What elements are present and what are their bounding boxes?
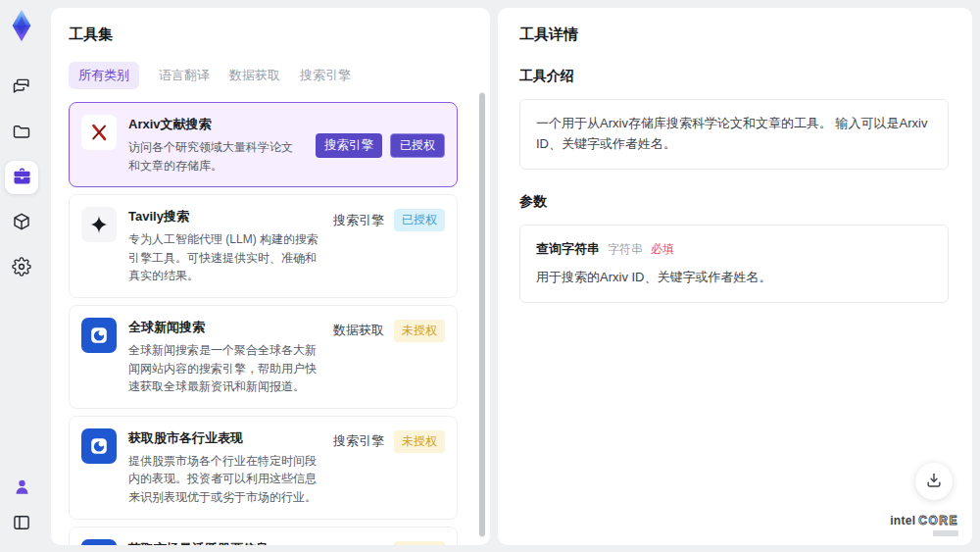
user-avatar-icon <box>13 477 31 499</box>
sidebar <box>0 0 43 552</box>
app-root: 工具集 所有类别 语言翻译 数据获取 搜索引擎 A <box>0 0 980 552</box>
tool-name: Tavily搜索 <box>128 208 321 226</box>
sidebar-item-settings[interactable] <box>5 251 38 284</box>
tool-auth-badge: 未授权 <box>394 320 445 342</box>
tool-name: Arxiv文献搜索 <box>128 116 304 133</box>
tool-name: 全球新闻搜索 <box>128 319 321 336</box>
tool-description: 全球新闻搜索是一个聚合全球各大新闻网站内容的搜索引擎，帮助用户快速获取全球最新资… <box>128 341 321 396</box>
tool-category-tag: 搜索引擎 <box>333 543 384 545</box>
params-list: 查询字符串 字符串 必填 用于搜索的Arxiv ID、关键字或作者姓名。 <box>519 225 949 304</box>
intro-card: 一个用于从Arxiv存储库搜索科学论文和文章的工具。 输入可以是Arxiv ID… <box>519 99 949 170</box>
tool-description: 专为人工智能代理 (LLM) 构建的搜索引擎工具。可快速提供实时、准确和真实的结… <box>128 230 321 285</box>
sidebar-item-files[interactable] <box>5 116 38 149</box>
tavily-star-icon <box>81 207 117 242</box>
sidebar-bottom <box>5 472 38 542</box>
tool-auth-badge: 已授权 <box>390 133 445 158</box>
download-icon <box>924 471 944 493</box>
tool-list: Arxiv文献搜索 访问各个研究领域大量科学论文和文章的存储库。 搜索引擎 已授… <box>69 102 470 545</box>
sidebar-item-tools[interactable] <box>5 161 38 194</box>
parameter-card: 查询字符串 字符串 必填 用于搜索的Arxiv ID、关键字或作者姓名。 <box>519 225 949 304</box>
intel-ultra-badge <box>933 530 958 536</box>
intro-heading: 工具介绍 <box>519 68 949 85</box>
briefcase-icon <box>12 166 32 189</box>
app-logo-icon[interactable] <box>5 8 38 43</box>
scrollbar[interactable] <box>479 92 485 537</box>
tool-category-tag: 搜索引擎 <box>333 432 384 450</box>
category-tab[interactable]: 所有类别 <box>69 62 139 89</box>
intro-text: 一个用于从Arxiv存储库搜索科学论文和文章的工具。 输入可以是Arxiv ID… <box>536 114 932 155</box>
download-button[interactable] <box>915 463 953 500</box>
chat-icon <box>12 76 31 99</box>
tool-auth-badge: 已授权 <box>394 209 445 231</box>
details-title: 工具详情 <box>519 25 949 44</box>
tool-auth-badge: 未授权 <box>394 430 445 453</box>
category-tab[interactable]: 语言翻译 <box>159 62 210 89</box>
scrollbar-thumb[interactable] <box>479 93 485 536</box>
category-tabs: 所有类别 语言翻译 数据获取 搜索引擎 <box>69 62 470 89</box>
tool-description: 访问各个研究领域大量科学论文和文章的存储库。 <box>128 138 304 175</box>
tool-name: 获取股市各行业表现 <box>128 429 321 447</box>
active-stocks-app-icon <box>81 539 117 545</box>
tool-card[interactable]: 获取市场最活跃股票信息 提供当天交易量最高的股票列表。投资者可以利用这些信息来识… <box>69 527 458 545</box>
intel-core-logo: intel core <box>890 514 958 536</box>
tool-card[interactable]: Arxiv文献搜索 访问各个研究领域大量科学论文和文章的存储库。 搜索引擎 已授… <box>69 102 458 187</box>
folder-icon <box>12 122 31 144</box>
tool-description: 提供股票市场各个行业在特定时间段内的表现。投资者可以利用这些信息来识别表现优于或… <box>128 452 321 507</box>
tool-card[interactable]: 全球新闻搜索 全球新闻搜索是一个聚合全球各大新闻网站内容的搜索引擎，帮助用户快速… <box>69 305 458 409</box>
tool-details-panel: 工具详情 工具介绍 一个用于从Arxiv存储库搜索科学论文和文章的工具。 输入可… <box>498 8 972 545</box>
sidebar-item-models[interactable] <box>5 206 38 239</box>
tool-auth-badge: 未授权 <box>394 541 445 545</box>
parameter-name: 查询字符串 <box>536 239 600 260</box>
category-tab[interactable]: 搜索引擎 <box>300 62 351 89</box>
sidebar-item-collapse[interactable] <box>5 507 38 540</box>
cube-icon <box>12 212 31 234</box>
tool-card[interactable]: Tavily搜索 专为人工智能代理 (LLM) 构建的搜索引擎工具。可快速提供实… <box>69 194 458 298</box>
tools-panel: 工具集 所有类别 语言翻译 数据获取 搜索引擎 A <box>51 8 490 545</box>
tool-name: 获取市场最活跃股票信息 <box>128 540 321 545</box>
parameter-description: 用于搜索的Arxiv ID、关键字或作者姓名。 <box>536 268 932 288</box>
news-app-icon <box>81 318 117 353</box>
main-content: 工具集 所有类别 语言翻译 数据获取 搜索引擎 A <box>43 0 980 552</box>
parameter-type: 字符串 <box>608 240 643 259</box>
core-wordmark: core <box>918 514 958 527</box>
panel-layout-icon <box>12 513 31 535</box>
gear-icon <box>12 257 31 279</box>
tool-category-tag: 搜索引擎 <box>333 212 384 229</box>
sidebar-item-chat[interactable] <box>5 71 38 104</box>
sidebar-item-profile[interactable] <box>5 472 38 505</box>
page-title: 工具集 <box>69 25 470 44</box>
tool-category-tag: 数据获取 <box>333 322 384 339</box>
arxiv-logo <box>81 115 117 150</box>
parameter-required-label: 必填 <box>651 240 674 259</box>
tool-card[interactable]: 获取股市各行业表现 提供股票市场各个行业在特定时间段内的表现。投资者可以利用这些… <box>69 416 458 520</box>
category-tab[interactable]: 数据获取 <box>229 62 280 89</box>
params-heading: 参数 <box>519 193 949 211</box>
stock-app-icon <box>81 428 117 464</box>
tool-category-tag: 搜索引擎 <box>316 133 382 158</box>
intel-wordmark: intel <box>890 514 915 527</box>
